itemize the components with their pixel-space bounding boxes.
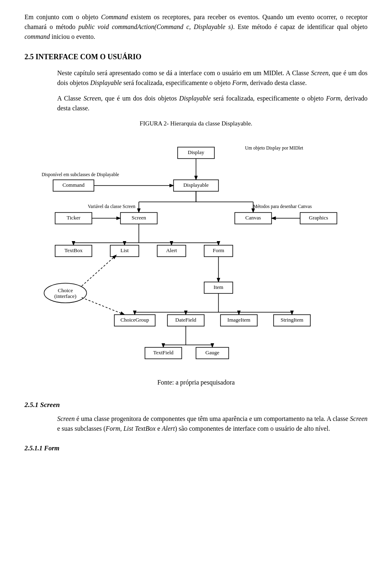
node-textbox: TextBox xyxy=(55,245,92,257)
annotation-ticker: Variável da classe Screen xyxy=(88,204,136,209)
subsubsection-number: 2.5.1.1 xyxy=(24,445,42,452)
paragraph-1: Em conjunto com o objeto Command existem… xyxy=(24,12,368,42)
svg-text:Form: Form xyxy=(213,247,224,253)
node-form: Form xyxy=(204,245,233,257)
subsection-paragraph-1: Screen é uma classe progenitora de compo… xyxy=(24,414,368,434)
section-title: 2.5 INTERFACE COM O USUÁRIO xyxy=(24,51,368,63)
subsection-title: 2.5.1 Screen xyxy=(24,400,368,410)
node-command: Command xyxy=(53,180,94,191)
edge-displayable-canvas xyxy=(196,191,253,213)
section-title-text: INTERFACE COM O USUÁRIO xyxy=(36,53,141,61)
figure-source: Fonte: a própria pesquisadora xyxy=(24,378,368,387)
svg-text:Screen: Screen xyxy=(131,214,146,220)
node-list: List xyxy=(110,245,139,257)
figure-caption: FIGURA 2- Hierarquia da classe Displayab… xyxy=(24,119,368,128)
svg-text:Ticker: Ticker xyxy=(67,214,80,220)
edge-item-children xyxy=(135,293,292,315)
svg-text:Um objeto Display por MIDlet: Um objeto Display por MIDlet xyxy=(245,145,303,151)
node-canvas: Canvas xyxy=(235,213,272,224)
svg-text:TextBox: TextBox xyxy=(65,247,83,253)
svg-line-47 xyxy=(82,298,125,315)
subsection-title-text: Screen xyxy=(40,401,60,409)
node-graphics: Graphics xyxy=(300,213,337,224)
section-paragraph-2: A Classe Screen, que é um dos dois objet… xyxy=(24,94,368,113)
svg-text:Displayable: Displayable xyxy=(183,181,209,188)
subsubsection-title-text: Form xyxy=(44,445,59,452)
svg-text:Alert: Alert xyxy=(166,247,177,253)
node-textfield: TextField xyxy=(145,347,182,359)
section-number: 2.5 xyxy=(24,53,34,61)
node-alert: Alert xyxy=(157,245,186,257)
svg-text:ImageItem: ImageItem xyxy=(227,316,250,322)
node-datefield: DateField xyxy=(167,315,204,326)
svg-text:Graphics: Graphics xyxy=(309,214,328,220)
svg-text:ChoiceGroup: ChoiceGroup xyxy=(120,316,149,322)
node-ticker: Ticker xyxy=(55,213,92,224)
annotation-display: Um objeto Display por MIDlet xyxy=(245,145,303,151)
svg-text:(interface): (interface) xyxy=(54,293,76,299)
edge-displayable-screen xyxy=(139,191,196,213)
annotation-canvas: Métodos para desenhar Canvas xyxy=(253,204,312,209)
node-screen: Screen xyxy=(120,213,157,224)
node-item: Item xyxy=(204,282,233,293)
node-choice: Choice (interface) xyxy=(44,283,87,303)
svg-text:Display: Display xyxy=(188,149,205,155)
subsection-number: 2.5.1 xyxy=(24,401,38,409)
diagram-container: Um objeto Display por MIDlet Display Dis… xyxy=(24,136,368,374)
annotation-displayable: Disponível em subclasses de Displayable xyxy=(42,172,119,177)
node-stringitem: StringItem xyxy=(274,315,310,326)
svg-text:Item: Item xyxy=(214,284,223,290)
edge-datefield-children xyxy=(163,326,212,347)
svg-text:TextField: TextField xyxy=(153,349,174,355)
edge-choice-choicegroup xyxy=(82,298,125,315)
figure-caption-text: FIGURA 2- Hierarquia da classe Displayab… xyxy=(140,120,252,127)
svg-text:List: List xyxy=(120,247,129,253)
class-hierarchy-diagram: Um objeto Display por MIDlet Display Dis… xyxy=(24,136,368,374)
svg-text:StringItem: StringItem xyxy=(281,316,303,322)
figure-source-text: Fonte: a própria pesquisadora xyxy=(157,379,235,386)
svg-text:Métodos para desenhar Canvas: Métodos para desenhar Canvas xyxy=(253,204,312,209)
svg-text:Gauge: Gauge xyxy=(205,349,219,355)
svg-text:Command: Command xyxy=(62,181,85,188)
svg-text:DateField: DateField xyxy=(175,316,196,322)
node-gauge: Gauge xyxy=(196,347,229,359)
svg-text:Variável da classe Screen: Variável da classe Screen xyxy=(88,204,136,209)
node-display: Display xyxy=(178,147,214,159)
svg-text:Choice: Choice xyxy=(58,287,73,293)
node-displayable: Displayable xyxy=(174,180,218,191)
node-imageitem: ImageItem xyxy=(220,315,257,326)
svg-line-46 xyxy=(82,255,116,286)
edge-choice-list xyxy=(82,255,116,286)
node-choicegroup: ChoiceGroup xyxy=(114,315,155,326)
subsubsection-title: 2.5.1.1 Form xyxy=(24,443,368,453)
section-paragraph-1: Neste capítulo será apresentado como se … xyxy=(24,68,368,88)
svg-text:Disponível em subclasses de Di: Disponível em subclasses de Displayable xyxy=(42,172,119,177)
edge-screen-children xyxy=(74,224,218,245)
svg-text:Canvas: Canvas xyxy=(245,214,261,220)
